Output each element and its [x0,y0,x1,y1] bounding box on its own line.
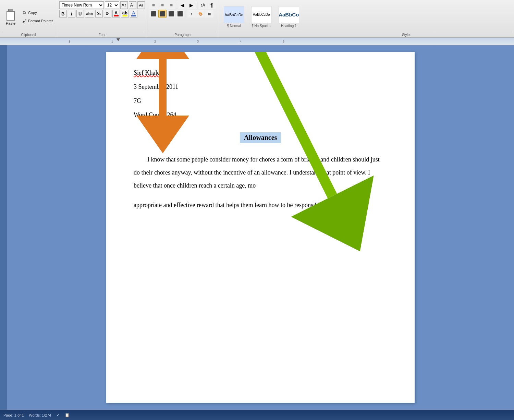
paste-button[interactable]: Paste [2,1,19,32]
align-center-button[interactable]: ⬛ [158,10,167,17]
shading-button[interactable]: 🎨 [196,10,205,17]
document[interactable]: Sief Khaled 3 September 2011 7G Word Cou… [106,52,415,403]
format-painter-button[interactable]: 🖌 Format Painter [20,17,55,25]
show-marks-button[interactable]: ¶ [208,1,216,9]
ruler: 1 1 2 3 4 5 [0,38,514,45]
paragraph-group: ≡ ≡ ≡ ◀ ▶ ↕A ¶ ⬛ ⬛ ⬛ ⬛ ↕ 🎨 ⊞ Paragraph [147,0,218,37]
font-name-select[interactable]: Times New Rom [59,1,104,9]
numbering-button[interactable]: ≡ [158,1,167,9]
document-title: Allowances [240,132,281,143]
multilevel-button[interactable]: ≡ [167,1,175,9]
font-color-button[interactable]: A [112,10,120,17]
ruler-mark-3: 1 [111,40,113,43]
paste-icon [5,8,16,21]
word-count: Words: 1/274 [29,413,51,417]
align-right-button[interactable]: ⬛ [167,10,175,17]
ruler-mark-7: 3 [197,40,199,43]
body-text-line2: appropriate and effective reward that he… [134,202,338,208]
doc-info-icon[interactable]: 📋 [65,413,70,417]
style-normal[interactable]: AaBbCcDo ¶ Normal [220,4,248,29]
increase-indent-button[interactable]: ▶ [187,1,196,9]
font-size-select[interactable]: 12 [105,1,119,9]
style-normal-preview: AaBbCcDo [225,13,243,17]
ruler-mark-11: 5 [283,40,284,43]
ruler-mark-1: 1 [69,40,70,43]
grow-font-button[interactable]: A↑ [120,1,128,9]
style-normal-label: ¶ Normal [227,24,241,28]
justify-button[interactable]: ⬛ [176,10,184,17]
bullets-button[interactable]: ≡ [149,1,158,9]
document-area: Sief Khaled 3 September 2011 7G Word Cou… [7,45,514,410]
sort-button[interactable]: ↕A [199,1,207,9]
document-body-line2: appropriate and effective reward that he… [134,199,387,212]
document-date: 3 September 2011 [134,83,387,91]
align-left-button[interactable]: ⬛ [149,10,158,17]
main-area: Sief Khaled 3 September 2011 7G Word Cou… [0,45,514,410]
decrease-indent-button[interactable]: ◀ [179,1,187,9]
strikethrough-button[interactable]: abc [85,10,94,17]
left-indent-marker[interactable] [117,38,120,41]
ribbon: Paste ⧉ Copy 🖌 Format Painter Clipboard [0,0,514,38]
clear-format-button[interactable]: Aa [137,1,145,9]
subscript-button[interactable]: X₂ [95,10,103,17]
style-nospacing-preview: AaBbCcDo [253,13,270,16]
copy-label: Copy [28,11,37,15]
page-count: Page: 1 of 1 [3,413,24,417]
underline-button[interactable]: U [76,10,84,17]
italic-button[interactable]: I [68,10,75,17]
line-spacing-button[interactable]: ↕ [187,10,196,17]
clipboard-group-label: Clipboard [2,32,55,37]
text-effect-button[interactable]: A [130,10,137,17]
left-margin [0,45,7,410]
style-nospacing-label: ¶ No Spaci... [252,24,271,28]
shrink-font-button[interactable]: A↓ [129,1,136,9]
format-painter-label: Format Painter [28,19,53,23]
style-heading1-label: Heading 1 [281,24,297,28]
document-body: I know that some people consider money f… [134,153,387,192]
clipboard-right: ⧉ Copy 🖌 Format Painter [20,1,55,32]
styles-group-label: Styles [302,32,512,37]
bold-button[interactable]: B [59,10,67,17]
ruler-mark-5: 2 [154,40,156,43]
clipboard-group: Paste ⧉ Copy 🖌 Format Painter Clipboard [0,0,57,37]
font-group-label: Font [59,32,145,37]
spell-check-icon[interactable]: ✓ [57,413,60,417]
document-author: Sief Khaled [134,69,387,76]
style-no-spacing[interactable]: AaBbCcDo ¶ No Spaci... [248,4,275,29]
styles-list: AaBbCcDo ¶ Normal AaBbCcDo ¶ No Spaci...… [220,1,302,32]
ruler-mark-9: 4 [240,40,242,43]
font-group: Times New Rom 12 A↑ A↓ Aa B I U abc X₂ X… [57,0,147,37]
styles-group: AaBbCcDo ¶ Normal AaBbCcDo ¶ No Spaci...… [218,0,514,37]
format-painter-icon: 🖌 [22,18,27,24]
copy-button[interactable]: ⧉ Copy [20,9,55,16]
document-wordcount: Word Count: 264 [134,111,387,119]
style-heading1-preview: AaBbCo [279,12,299,17]
body-text-line1: I know that some people consider money f… [134,156,380,189]
highlight-button[interactable]: ab [121,10,129,17]
copy-icon: ⧉ [22,10,27,15]
paste-label: Paste [6,21,15,25]
superscript-button[interactable]: X² [104,10,111,17]
style-heading1[interactable]: AaBbCo Heading 1 [275,4,302,29]
document-class: 7G [134,97,387,105]
paragraph-group-label: Paragraph [149,32,216,37]
borders-button[interactable]: ⊞ [205,10,213,17]
status-bar: Page: 1 of 1 Words: 1/274 ✓ 📋 [0,410,514,420]
